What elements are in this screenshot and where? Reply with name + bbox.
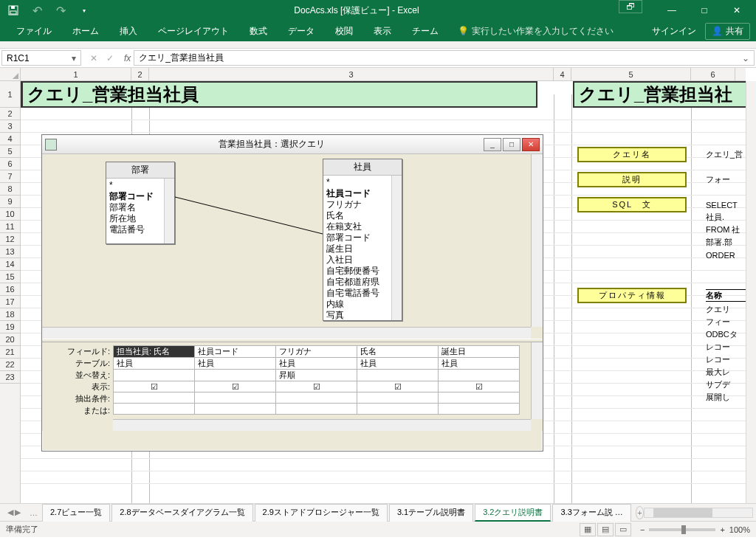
grid-cell[interactable]: ☑ bbox=[114, 381, 195, 392]
cell-r13[interactable]: 名称 bbox=[706, 289, 750, 302]
grid-cell[interactable] bbox=[357, 392, 439, 404]
grid-cell[interactable]: 社員 bbox=[114, 358, 195, 370]
row-1[interactable]: 1 bbox=[0, 81, 20, 108]
col-3[interactable]: 3 bbox=[149, 68, 554, 80]
sheet-tab[interactable]: 2.8データベースダイアグラム一覧 bbox=[111, 504, 252, 522]
field-item[interactable]: 写真 bbox=[326, 310, 399, 321]
vscrollbar[interactable] bbox=[531, 342, 543, 419]
table-shain[interactable]: 社員 *社員コードフリガナ氏名在籍支社部署コード誕生日入社日自宅郵便番号自宅都道… bbox=[323, 159, 402, 321]
row-22[interactable]: 22 bbox=[0, 359, 20, 371]
cell-r10[interactable]: 部署.部 bbox=[706, 236, 750, 249]
scrollbar[interactable] bbox=[164, 179, 174, 243]
grid-cell[interactable]: 社員 bbox=[195, 358, 276, 370]
col-2[interactable]: 2 bbox=[131, 68, 149, 80]
cell-r11[interactable]: ORDER bbox=[706, 249, 750, 261]
field-item[interactable]: 氏名 bbox=[326, 210, 399, 221]
cell-r5[interactable]: フォー bbox=[706, 173, 750, 186]
grid-cell[interactable]: 昇順 bbox=[276, 370, 357, 381]
qwin-titlebar[interactable]: 営業担当社員：選択クエリ _ □ ✕ bbox=[42, 135, 543, 154]
scrollbar[interactable] bbox=[391, 176, 402, 320]
normal-view-icon[interactable]: ▦ bbox=[580, 523, 596, 536]
zoom-control[interactable]: − + 100% bbox=[640, 525, 750, 534]
hscrollbar[interactable] bbox=[113, 419, 531, 431]
col-4[interactable]: 4 bbox=[554, 68, 571, 80]
tab-insert[interactable]: 挿入 bbox=[109, 21, 148, 41]
tab-nav[interactable]: ◀▶ bbox=[3, 508, 25, 517]
page-layout-icon[interactable]: ▤ bbox=[597, 523, 614, 536]
close-button[interactable]: ✕ bbox=[721, 0, 753, 21]
sheet-tab[interactable]: 3.1テーブル説明書 bbox=[389, 504, 473, 522]
row-headers[interactable]: 1234567891011121314151617181920212223 bbox=[0, 81, 21, 503]
column-headers[interactable]: 1 2 3 4 5 6 bbox=[21, 68, 746, 81]
horizontal-scrollbar[interactable] bbox=[644, 508, 753, 518]
row-20[interactable]: 20 bbox=[0, 333, 20, 346]
tab-formulas[interactable]: 数式 bbox=[239, 21, 278, 41]
field-item[interactable]: * bbox=[326, 177, 399, 188]
confirm-icon[interactable]: ✓ bbox=[103, 53, 117, 63]
field-item[interactable]: 在籍支社 bbox=[326, 221, 399, 232]
grid-cell[interactable] bbox=[439, 370, 520, 381]
tab-pagelayout[interactable]: ページレイアウト bbox=[148, 21, 239, 41]
col-6[interactable]: 6 bbox=[691, 68, 735, 80]
field-item[interactable]: 部署名 bbox=[109, 202, 171, 213]
vertical-scrollbar[interactable] bbox=[746, 81, 756, 503]
cell-r8[interactable]: 社員. bbox=[706, 211, 750, 224]
grid-cell[interactable]: ☑ bbox=[276, 381, 357, 392]
grid-cell[interactable]: 氏名 bbox=[357, 346, 439, 358]
cell-r18[interactable]: レコー bbox=[706, 353, 750, 366]
field-item[interactable]: 入社日 bbox=[326, 255, 399, 266]
field-item[interactable]: 自宅郵便番号 bbox=[326, 266, 399, 277]
sheet-tab[interactable]: 2.7ビュー一覧 bbox=[42, 504, 110, 522]
cancel-icon[interactable]: ✕ bbox=[87, 53, 100, 63]
field-item[interactable]: 内線 bbox=[326, 299, 399, 310]
grid-cell[interactable] bbox=[195, 404, 276, 415]
cells[interactable]: クエリ_営業担当社員 クエリ_営業担当社 クエリ名 説明 SQL 文 プロパティ… bbox=[21, 81, 746, 503]
cell-r21[interactable]: 展開し bbox=[706, 391, 750, 404]
cell-r3[interactable]: クエリ_営 bbox=[706, 148, 750, 161]
save-icon[interactable] bbox=[3, 1, 24, 19]
sheet-tab[interactable]: 2.9ストアドプロシージャー一覧 bbox=[255, 504, 388, 522]
select-all-cell[interactable] bbox=[0, 68, 21, 81]
row-6[interactable]: 6 bbox=[0, 158, 20, 170]
grid-cell[interactable] bbox=[114, 392, 195, 404]
row-17[interactable]: 17 bbox=[0, 296, 20, 308]
tab-data[interactable]: データ bbox=[278, 21, 325, 41]
row-8[interactable]: 8 bbox=[0, 183, 20, 196]
zoom-slider[interactable] bbox=[649, 528, 715, 531]
query-grid-pane[interactable]: フィールド:テーブル:並べ替え:表示:抽出条件:または: 担当社員: 氏名社員コ… bbox=[42, 342, 543, 431]
field-item[interactable]: フリガナ bbox=[326, 199, 399, 210]
row-13[interactable]: 13 bbox=[0, 246, 20, 258]
qwin-maximize[interactable]: □ bbox=[503, 138, 520, 151]
tab-review[interactable]: 校閲 bbox=[325, 21, 363, 41]
field-item[interactable]: 部署コード bbox=[326, 232, 399, 243]
minimize-button[interactable]: — bbox=[656, 0, 688, 21]
tab-home[interactable]: ホーム bbox=[62, 21, 109, 41]
row-12[interactable]: 12 bbox=[0, 233, 20, 246]
grid-cell[interactable]: 誕生日 bbox=[439, 346, 520, 358]
tab-team[interactable]: チーム bbox=[402, 21, 449, 41]
tab-file[interactable]: ファイル bbox=[6, 21, 62, 41]
grid-cell[interactable] bbox=[195, 392, 276, 404]
qwin-minimize[interactable]: _ bbox=[484, 138, 501, 151]
cell-r17[interactable]: レコー bbox=[706, 341, 750, 353]
field-item[interactable]: 部署コード bbox=[109, 191, 171, 202]
field-item[interactable]: 自宅電話番号 bbox=[326, 288, 399, 299]
cell-r15[interactable]: フィー bbox=[706, 316, 750, 328]
grid-cell[interactable] bbox=[357, 370, 439, 381]
nav-prev-icon[interactable]: ◀ bbox=[7, 508, 13, 517]
share-button[interactable]: 👤共有 bbox=[705, 23, 750, 40]
grid-cell[interactable]: ☑ bbox=[439, 381, 520, 392]
name-box[interactable]: R1C1 ▾ bbox=[1, 50, 81, 66]
fx-icon[interactable]: fx bbox=[121, 49, 134, 67]
maximize-button[interactable]: □ bbox=[688, 0, 721, 21]
grid-cell[interactable]: ☑ bbox=[357, 381, 439, 392]
grid-cell[interactable]: 社員 bbox=[357, 358, 439, 370]
sheet-tab[interactable]: 3.2クエリ説明書 bbox=[475, 504, 551, 522]
signin-link[interactable]: サインイン bbox=[652, 25, 696, 38]
grid-cell[interactable] bbox=[439, 392, 520, 404]
qat-dropdown-icon[interactable]: ▾ bbox=[74, 1, 94, 19]
grid-cell[interactable]: ☑ bbox=[195, 381, 276, 392]
col-1[interactable]: 1 bbox=[21, 68, 131, 80]
cell-r9[interactable]: FROM 社 bbox=[706, 224, 750, 236]
grid-cell[interactable] bbox=[357, 404, 439, 415]
